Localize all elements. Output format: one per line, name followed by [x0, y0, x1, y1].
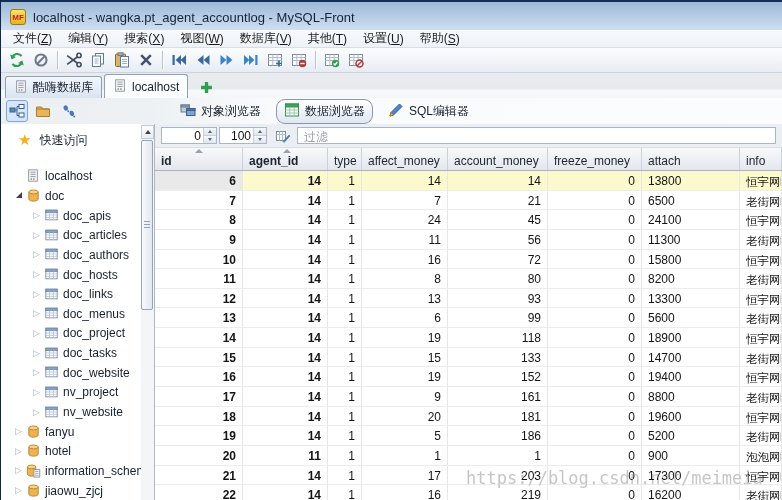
grid-cell-info[interactable]: 恒宇网吧 [740, 250, 782, 269]
expand-arrow-icon[interactable]: ▷ [30, 289, 43, 299]
grid-cell-id[interactable]: 14 [155, 328, 243, 347]
tree-item-doc[interactable]: doc [5, 186, 141, 206]
grid-cell-attach[interactable]: 8200 [642, 269, 740, 288]
table-row[interactable]: 17141916108800老街网吧 [155, 387, 782, 407]
grid-cell-type[interactable]: 1 [328, 269, 362, 288]
grid-cell-type[interactable]: 1 [328, 308, 362, 327]
grid-cell-affect_money[interactable]: 6 [362, 308, 448, 327]
grid-cell-agent_id[interactable]: 14 [243, 367, 328, 386]
grid-cell-id[interactable]: 7 [155, 191, 243, 210]
grid-cell-agent_id[interactable]: 11 [243, 446, 328, 465]
expand-arrow-icon[interactable]: ▷ [12, 446, 25, 456]
grid-cell-affect_money[interactable]: 14 [362, 171, 448, 190]
grid-cell-freeze_money[interactable]: 0 [548, 426, 642, 445]
grid-cell-affect_money[interactable]: 15 [362, 348, 448, 367]
grid-cell-agent_id[interactable]: 14 [243, 250, 328, 269]
grid-cell-freeze_money[interactable]: 0 [548, 269, 642, 288]
grid-cell-info[interactable]: 老街网吧 [740, 348, 782, 367]
offset-field[interactable]: 0 [161, 127, 217, 144]
table-row[interactable]: 1114188008200老街网吧 [155, 269, 782, 289]
grid-cell-attach[interactable]: 6500 [642, 191, 740, 210]
toolbar-record-delete-button[interactable] [288, 49, 310, 71]
grid-cell-affect_money[interactable]: 24 [362, 210, 448, 229]
grid-cell-attach[interactable]: 11300 [642, 230, 740, 249]
grid-cell-id[interactable]: 13 [155, 308, 243, 327]
toolbar-nav-next-button[interactable] [216, 49, 238, 71]
tree-item-doc_links[interactable]: ▷doc_links [5, 284, 141, 304]
grid-cell-freeze_money[interactable]: 0 [548, 230, 642, 249]
footprints-button[interactable] [58, 100, 80, 122]
toolbar-nav-first-button[interactable] [168, 49, 190, 71]
tree-item-doc_apis[interactable]: ▷doc_apis [5, 205, 141, 225]
expand-arrow-icon[interactable] [12, 192, 25, 198]
expand-arrow-icon[interactable]: ▷ [12, 485, 25, 495]
column-header-id[interactable]: id [155, 148, 243, 170]
limit-down-button[interactable] [254, 136, 266, 143]
scroll-up-button[interactable] [141, 125, 154, 139]
grid-cell-type[interactable]: 1 [328, 426, 362, 445]
grid-cell-account_money[interactable]: 56 [448, 230, 548, 249]
grid-cell-type[interactable]: 1 [328, 348, 362, 367]
grid-cell-freeze_money[interactable]: 0 [548, 407, 642, 426]
expand-arrow-icon[interactable]: ▷ [30, 249, 43, 259]
grid-cell-type[interactable]: 1 [328, 191, 362, 210]
grid-cell-type[interactable]: 1 [328, 367, 362, 386]
menu-item-5[interactable]: 数据库(V) [232, 30, 300, 47]
grid-cell-affect_money[interactable]: 13 [362, 289, 448, 308]
menu-item-3[interactable]: 搜索(X) [116, 30, 172, 47]
grid-cell-account_money[interactable]: 118 [448, 328, 548, 347]
grid-cell-agent_id[interactable]: 14 [243, 171, 328, 190]
toolbar-nav-last-button[interactable] [240, 49, 262, 71]
grid-cell-info[interactable]: 恒宇网吧 [740, 407, 782, 426]
tree-item-nv_website[interactable]: ▷nv_website [5, 402, 141, 422]
view-tab-data-browser[interactable]: 数据浏览器 [276, 99, 373, 124]
grid-cell-freeze_money[interactable]: 0 [548, 328, 642, 347]
column-header-info[interactable]: info [740, 148, 782, 170]
grid-cell-account_money[interactable]: 181 [448, 407, 548, 426]
grid-cell-account_money[interactable]: 133 [448, 348, 548, 367]
grid-cell-agent_id[interactable]: 14 [243, 328, 328, 347]
tree-item-doc_hosts[interactable]: ▷doc_hosts [5, 264, 141, 284]
grid-cell-agent_id[interactable]: 14 [243, 289, 328, 308]
grid-cell-freeze_money[interactable]: 0 [548, 250, 642, 269]
grid-cell-id[interactable]: 17 [155, 387, 243, 406]
grid-cell-attach[interactable]: 19600 [642, 407, 740, 426]
quick-access-item[interactable]: ★ 快速访问 [5, 130, 87, 150]
grid-cell-freeze_money[interactable]: 0 [548, 308, 642, 327]
grid-cell-affect_money[interactable]: 20 [362, 407, 448, 426]
tree-item-nv_project[interactable]: ▷nv_project [5, 382, 141, 402]
grid-cell-agent_id[interactable]: 14 [243, 210, 328, 229]
grid-cell-attach[interactable]: 5200 [642, 426, 740, 445]
tree-item-fanyu[interactable]: ▷fanyu [5, 421, 141, 441]
new-tab-button[interactable] [194, 76, 218, 98]
grid-cell-id[interactable]: 11 [155, 269, 243, 288]
grid-cell-type[interactable]: 1 [328, 387, 362, 406]
grid-cell-id[interactable]: 6 [155, 171, 243, 190]
grid-cell-freeze_money[interactable]: 0 [548, 210, 642, 229]
grid-cell-type[interactable]: 1 [328, 171, 362, 190]
table-row[interactable]: 20111110900泡泡网吧 [155, 446, 782, 466]
grid-cell-type[interactable]: 1 [328, 328, 362, 347]
expand-arrow-icon[interactable]: ▷ [30, 308, 43, 318]
table-row[interactable]: 91411156011300老街网吧 [155, 230, 782, 250]
grid-cell-info[interactable]: 老街网吧 [740, 308, 782, 327]
tree-item-doc_authors[interactable]: ▷doc_authors [5, 245, 141, 265]
grid-cell-account_money[interactable]: 80 [448, 269, 548, 288]
scrollbar-thumb[interactable] [141, 140, 153, 310]
tree-item-jiaowu_zjcj[interactable]: ▷jiaowu_zjcj [5, 480, 141, 500]
offset-up-button[interactable] [204, 128, 216, 136]
menu-item-8[interactable]: 帮助(S) [412, 30, 468, 47]
toolbar-record-cancel-button[interactable] [345, 49, 367, 71]
grid-cell-agent_id[interactable]: 14 [243, 269, 328, 288]
grid-cell-agent_id[interactable]: 14 [243, 230, 328, 249]
grid-cell-account_money[interactable]: 45 [448, 210, 548, 229]
grid-cell-affect_money[interactable]: 7 [362, 191, 448, 210]
grid-cell-affect_money[interactable]: 17 [362, 466, 448, 485]
tree-view-button[interactable] [6, 100, 28, 122]
grid-cell-agent_id[interactable]: 14 [243, 466, 328, 485]
grid-cell-info[interactable]: 老街网吧 [740, 426, 782, 445]
toolbar-cut-button[interactable] [63, 49, 85, 71]
expand-arrow-icon[interactable]: ▷ [30, 348, 43, 358]
grid-cell-freeze_money[interactable]: 0 [548, 387, 642, 406]
grid-cell-id[interactable]: 22 [155, 485, 243, 500]
